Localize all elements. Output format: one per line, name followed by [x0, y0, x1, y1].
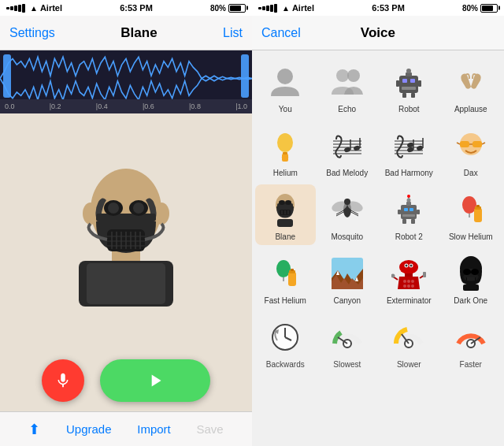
voice-label-blane: Blane — [275, 232, 295, 242]
svg-rect-81 — [401, 205, 417, 219]
voice-label-helium: Helium — [273, 169, 298, 178]
wifi-icon-right: ▲ — [282, 4, 290, 13]
voice-item-mosquito[interactable]: Mosquito — [317, 184, 378, 245]
cancel-button[interactable]: Cancel — [261, 26, 301, 40]
character-area — [0, 113, 252, 356]
timeline-mark-0: 0.0 — [5, 102, 15, 110]
svg-rect-82 — [404, 208, 408, 211]
list-button[interactable]: List — [223, 26, 243, 40]
blane-icon-svg — [268, 192, 302, 227]
svg-point-22 — [277, 69, 293, 84]
svg-rect-90 — [411, 219, 415, 224]
bane-character-svg — [63, 162, 189, 308]
voice-label-bad-harmony: Bad Harmony — [385, 169, 433, 178]
play-button[interactable] — [100, 359, 210, 402]
voice-item-robot[interactable]: Robot — [379, 57, 439, 117]
page-title-right: Voice — [361, 25, 395, 41]
voice-item-echo[interactable]: Echo — [317, 57, 378, 117]
voice-icon-blane — [265, 189, 306, 230]
you-icon-svg — [268, 65, 302, 99]
svg-rect-71 — [277, 219, 293, 227]
voice-item-you[interactable]: You — [255, 57, 316, 117]
voice-item-slow-helium[interactable]: Slow Helium — [441, 184, 502, 245]
import-button[interactable]: Import — [137, 422, 171, 436]
svg-point-66 — [285, 200, 291, 205]
voice-label-mosquito: Mosquito — [331, 232, 363, 242]
voice-item-blane[interactable]: Blane — [255, 184, 316, 245]
svg-rect-84 — [402, 214, 415, 217]
svg-rect-27 — [410, 79, 415, 83]
exterminator-icon-svg — [391, 256, 426, 291]
nav-bar-right: Cancel Voice — [252, 16, 504, 50]
fast-helium-icon-svg — [268, 256, 302, 291]
svg-point-65 — [279, 200, 285, 205]
voice-label-echo: Echo — [338, 105, 356, 114]
voice-item-backwards[interactable]: Backwards — [255, 312, 316, 373]
voice-item-canyon[interactable]: Canyon — [317, 248, 378, 309]
voice-icon-fast-helium — [265, 253, 306, 294]
timeline-mark-4: |0.8 — [189, 102, 201, 110]
svg-rect-96 — [476, 205, 480, 207]
backwards-icon-svg — [268, 320, 302, 355]
waveform-handle-right[interactable] — [241, 54, 249, 98]
upgrade-button[interactable]: Upgrade — [66, 422, 112, 436]
svg-point-116 — [407, 284, 410, 288]
svg-point-112 — [403, 280, 406, 283]
voice-label-bad-melody: Bad Melody — [326, 169, 368, 178]
voice-item-slowest[interactable]: Slowest — [317, 312, 378, 373]
voice-icon-backwards — [265, 317, 306, 358]
nav-bar-left: Settings Blane List — [0, 16, 252, 50]
voice-icon-dax — [450, 125, 491, 166]
applause-icon-svg — [454, 65, 488, 99]
mosquito-icon-svg — [330, 192, 365, 227]
svg-rect-85 — [406, 202, 411, 206]
right-panel: ▲ Airtel 6:53 PM 80% Cancel Voice You — [252, 0, 504, 446]
voice-icon-dark-one — [450, 253, 491, 294]
faster-icon-svg — [454, 320, 488, 355]
svg-point-114 — [411, 280, 414, 283]
svg-point-92 — [407, 195, 410, 198]
voice-item-dax[interactable]: Dax — [441, 121, 502, 181]
voice-item-fast-helium[interactable]: Fast Helium — [255, 248, 316, 309]
voice-item-bad-melody[interactable]: Bad Melody — [317, 121, 378, 181]
voice-item-dark-one[interactable]: Dark One — [441, 248, 502, 309]
svg-rect-87 — [398, 210, 401, 214]
voice-label-slower: Slower — [397, 360, 421, 370]
voice-item-bad-harmony[interactable]: Bad Harmony — [379, 121, 439, 181]
voice-label-dax: Dax — [464, 169, 478, 178]
mic-icon — [54, 372, 72, 389]
timeline-markers: 0.0 |0.2 |0.4 |0.6 |0.8 |1.0 — [5, 102, 247, 110]
bad-melody-icon-svg — [330, 128, 365, 163]
svg-point-9 — [108, 203, 119, 214]
voice-icon-robot — [388, 61, 429, 102]
voice-grid: You Echo — [252, 50, 504, 446]
echo-icon-svg — [330, 65, 365, 99]
voice-icon-mosquito — [327, 189, 368, 230]
voice-item-exterminator[interactable]: Exterminator — [379, 248, 439, 309]
svg-rect-26 — [402, 79, 407, 83]
battery-icon-right — [480, 4, 498, 13]
svg-point-35 — [277, 133, 293, 152]
time-right: 6:53 PM — [372, 3, 405, 13]
carrier-left: ▲ Airtel — [6, 3, 62, 13]
settings-back-button[interactable]: Settings — [9, 26, 55, 40]
waveform-area[interactable]: 0.0 |0.2 |0.4 |0.6 |0.8 |1.0 — [0, 50, 252, 113]
svg-rect-100 — [291, 269, 294, 271]
voice-item-faster[interactable]: Faster — [441, 312, 502, 373]
time-left: 6:53 PM — [120, 3, 153, 13]
play-icon — [145, 370, 165, 391]
battery-percent-right: 80% — [462, 4, 478, 13]
status-bar-right: ▲ Airtel 6:53 PM 80% — [252, 0, 504, 16]
voice-label-faster: Faster — [460, 360, 482, 370]
share-icon[interactable]: ⬆ — [28, 421, 40, 438]
voice-icon-helium — [265, 125, 306, 166]
voice-item-helium[interactable]: Helium — [255, 121, 316, 181]
dark-one-icon-svg — [454, 256, 488, 291]
helium-icon-svg — [268, 128, 302, 163]
voice-item-robot2[interactable]: Robot 2 — [379, 184, 439, 245]
wifi-icon: ▲ — [30, 4, 38, 13]
voice-item-applause[interactable]: Applause — [441, 57, 502, 117]
record-button[interactable] — [42, 359, 84, 402]
timeline-mark-3: |0.6 — [143, 102, 154, 110]
voice-item-slower[interactable]: Slower — [379, 312, 439, 373]
